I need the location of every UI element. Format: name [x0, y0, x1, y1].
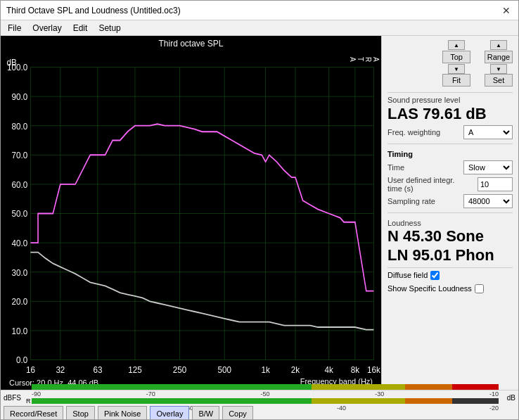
spl-value: LAS 79.61 dB — [387, 106, 513, 122]
svg-text:4k: 4k — [325, 364, 334, 375]
tick-minus50: -50 — [260, 390, 269, 397]
loudness-label: Loudness — [387, 219, 513, 227]
bottom-bar: dBFS L -90 -70 — [1, 390, 518, 419]
top-up-button[interactable]: ▲ — [448, 40, 465, 50]
tick-minus30: -30 — [375, 390, 384, 397]
set-button[interactable]: Range — [485, 51, 513, 63]
time-row: Time Slow Fast Impulse — [387, 160, 513, 174]
svg-text:90.0: 90.0 — [12, 91, 28, 102]
stop-button[interactable]: Stop — [66, 406, 95, 420]
tick-minus10: -10 — [489, 390, 499, 397]
meter-l-yellow — [312, 384, 405, 390]
svg-text:80.0: 80.0 — [12, 121, 28, 132]
sampling-dropdown[interactable]: 44100 48000 96000 — [463, 194, 513, 208]
svg-text:16k: 16k — [367, 364, 380, 375]
chart-svg: 100.0 90.0 80.0 70.0 60.0 50.0 40.0 30.0… — [1, 50, 381, 377]
spl-section: Sound pressure level LAS 79.61 dB — [387, 96, 513, 122]
ln-value: LN 95.01 Phon — [387, 246, 513, 265]
svg-text:8k: 8k — [351, 364, 360, 375]
diffuse-field-row: Diffuse field — [387, 271, 513, 280]
svg-text:125: 125 — [128, 364, 141, 375]
svg-text:40.0: 40.0 — [12, 238, 28, 248]
time-label: Time — [387, 163, 404, 172]
chart-container: 100.0 90.0 80.0 70.0 60.0 50.0 40.0 30.0… — [1, 50, 381, 377]
svg-text:dB: dB — [6, 57, 16, 68]
main-content: Third octave SPL — [1, 36, 518, 390]
tick-minus90: -90 — [32, 390, 41, 397]
chart-title: Third octave SPL — [1, 36, 381, 50]
range-up-button[interactable]: ▲ — [490, 40, 507, 50]
meter-l-red — [452, 384, 499, 390]
integr-input[interactable] — [478, 177, 513, 191]
timing-section: Timing Time Slow Fast Impulse User defin… — [387, 150, 513, 210]
arta-label: ARTA — [349, 57, 380, 63]
top-nav-group: ▲ Top ▼ — [442, 40, 470, 74]
right-panel: ▲ Top ▼ ▲ Range ▼ Fit Set Sound pressure… — [381, 36, 518, 390]
meter-r-green-2 — [172, 398, 312, 404]
record-reset-button[interactable]: Record/Reset — [4, 406, 63, 420]
svg-text:32: 32 — [56, 364, 65, 375]
svg-text:70.0: 70.0 — [12, 150, 28, 160]
meter-r-row: R — [26, 398, 499, 404]
freq-weighting-row: Freq. weighting A B C Z — [387, 125, 513, 139]
show-specific-checkbox[interactable] — [475, 284, 484, 293]
sampling-row: Sampling rate 44100 48000 96000 — [387, 194, 513, 208]
main-window: Third Octave SPL and Loudness (Untitled.… — [0, 0, 519, 420]
svg-text:250: 250 — [173, 364, 186, 375]
svg-text:20.0: 20.0 — [12, 296, 28, 307]
window-title: Third Octave SPL and Loudness (Untitled.… — [6, 6, 181, 15]
loudness-section: Loudness N 45.30 Sone LN 95.01 Phon — [387, 219, 513, 265]
svg-text:50.0: 50.0 — [12, 209, 28, 219]
divider-1 — [387, 92, 513, 93]
svg-text:30.0: 30.0 — [12, 267, 28, 278]
pink-noise-button[interactable]: Pink Noise — [98, 406, 148, 420]
dbfs-label: dBFS — [4, 394, 23, 402]
timing-title: Timing — [387, 150, 513, 158]
menu-overlay[interactable]: Overlay — [28, 23, 65, 34]
integr-row: User defined integr. time (s) — [387, 176, 513, 193]
divider-3 — [387, 212, 513, 213]
meter-l-row: L — [26, 384, 499, 390]
svg-text:1k: 1k — [261, 364, 270, 375]
diffuse-field-label: Diffuse field — [387, 271, 428, 279]
freq-weighting-label: Freq. weighting — [387, 128, 440, 136]
freq-weighting-dropdown[interactable]: A B C Z — [463, 125, 513, 139]
menu-edit[interactable]: Edit — [69, 23, 92, 34]
svg-text:2k: 2k — [291, 364, 300, 375]
menu-bar: File Overlay Edit Setup — [1, 20, 518, 36]
top-down-button[interactable]: ▼ — [448, 64, 465, 74]
range-nav-group: ▲ Range ▼ — [485, 40, 513, 74]
close-button[interactable]: ✕ — [500, 4, 513, 17]
divider-4 — [387, 267, 513, 268]
menu-file[interactable]: File — [4, 23, 25, 34]
top-button[interactable]: Top — [442, 51, 470, 63]
integr-label: User defined integr. time (s) — [387, 176, 458, 193]
meter-r-bar — [32, 398, 499, 404]
tick-minus70: -70 — [146, 390, 155, 397]
meter-r-dark — [452, 398, 499, 404]
svg-text:63: 63 — [93, 364, 102, 375]
meter-r-yellow — [312, 398, 405, 404]
diffuse-field-checkbox[interactable] — [430, 271, 440, 280]
db-label: dB — [501, 394, 515, 402]
meter-l-green-1 — [32, 384, 172, 390]
chart-area: Third octave SPL — [1, 36, 381, 390]
show-specific-row: Show Specific Loudness — [387, 284, 513, 293]
range-set-button[interactable]: Set — [485, 74, 513, 87]
range-down-button[interactable]: ▼ — [490, 64, 507, 74]
meter-r-orange — [405, 398, 451, 404]
fit-button[interactable]: Fit — [442, 74, 470, 87]
svg-text:500: 500 — [218, 364, 231, 375]
overlay-button[interactable]: Overlay — [150, 406, 189, 420]
time-dropdown[interactable]: Slow Fast Impulse — [463, 160, 513, 174]
buttons-row: Record/Reset Stop Pink Noise Overlay B/W… — [1, 405, 518, 420]
svg-text:60.0: 60.0 — [12, 179, 28, 190]
bw-button[interactable]: B/W — [192, 406, 219, 420]
copy-button[interactable]: Copy — [222, 406, 253, 420]
menu-setup[interactable]: Setup — [94, 23, 124, 34]
channel-r-label: R — [26, 397, 32, 405]
divider-2 — [387, 144, 513, 144]
meter-l-bar — [32, 384, 499, 390]
meter-l-green-2 — [172, 384, 312, 390]
meter-r-green-1 — [32, 398, 172, 404]
